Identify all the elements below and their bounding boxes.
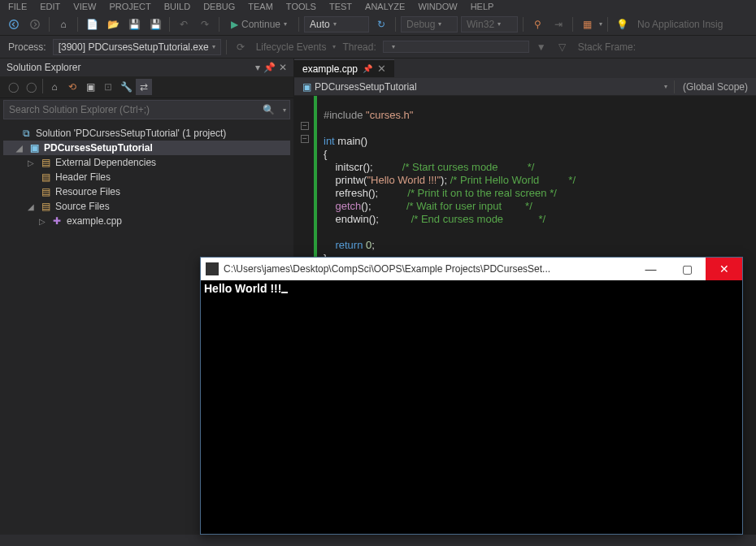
save-all-icon[interactable]: 💾 <box>146 15 164 33</box>
new-file-icon[interactable]: 📄 <box>83 15 101 33</box>
svg-point-1 <box>31 20 40 28</box>
menu-test[interactable]: TEST <box>329 2 352 11</box>
file-label: example.cpp <box>67 215 122 227</box>
menu-window[interactable]: WINDOW <box>418 2 457 11</box>
thread-label: Thread: <box>339 41 379 53</box>
toolbar-separator <box>169 17 170 32</box>
toolbar-separator <box>298 17 299 32</box>
continue-button[interactable]: ▶ Continue ▾ <box>224 17 293 32</box>
back-icon[interactable]: ◯ <box>5 79 21 95</box>
menu-view[interactable]: VIEW <box>73 2 96 11</box>
solution-node[interactable]: ⧉ Solution 'PDCursesSetupTutorial' (1 pr… <box>3 126 290 141</box>
platform-dropdown[interactable]: Win32 ▾ <box>461 16 518 32</box>
menu-edit[interactable]: EDIT <box>40 2 60 11</box>
nav-back-button[interactable] <box>5 15 23 33</box>
project-node[interactable]: ◢ ▣ PDCursesSetupTutorial <box>3 141 290 155</box>
tab-label: example.cpp <box>302 63 358 75</box>
folder-source-files[interactable]: ◢ ▤ Source Files <box>3 199 290 214</box>
tools-icon[interactable]: ▦ <box>578 15 596 33</box>
file-node-example-cpp[interactable]: ▷ ✚ example.cpp <box>3 214 290 228</box>
lifecycle-icon[interactable]: ⟳ <box>232 38 250 56</box>
step-icon[interactable]: ⇥ <box>550 15 567 33</box>
menu-team[interactable]: TEAM <box>248 2 273 11</box>
console-titlebar[interactable]: C:\Users\james\Desktop\CompSci\OOPS\Exam… <box>201 258 742 280</box>
project-icon: ▣ <box>302 81 311 93</box>
bulb-icon: 💡 <box>613 15 631 33</box>
open-file-icon[interactable]: 📂 <box>104 15 122 33</box>
save-icon[interactable]: 💾 <box>125 15 143 33</box>
pin-icon[interactable]: 📌 <box>263 62 276 73</box>
minimize-button[interactable]: — <box>632 258 669 280</box>
close-button[interactable]: ✕ <box>706 258 742 280</box>
solution-tree: ⧉ Solution 'PDCursesSetupTutorial' (1 pr… <box>0 121 293 233</box>
chevron-down-icon: ▾ <box>497 20 501 28</box>
undo-icon[interactable]: ↶ <box>175 15 193 33</box>
toolbar-separator <box>523 17 524 32</box>
menu-help[interactable]: HELP <box>471 2 494 11</box>
search-input[interactable] <box>4 101 258 119</box>
menu-analyze[interactable]: ANALYZE <box>365 2 405 11</box>
chevron-down-icon[interactable]: ▾ <box>280 106 289 114</box>
view-code-icon[interactable]: ⇄ <box>136 79 152 95</box>
play-icon: ▶ <box>231 19 238 30</box>
folder-icon: ▤ <box>39 157 52 168</box>
forward-icon[interactable]: ◯ <box>23 79 39 95</box>
folder-external-deps[interactable]: ▷ ▤ External Dependencies <box>3 155 290 170</box>
menu-project[interactable]: PROJECT <box>109 2 150 11</box>
redo-icon[interactable]: ↷ <box>196 15 214 33</box>
home-icon[interactable]: ⌂ <box>54 15 72 33</box>
properties-icon[interactable]: 🔧 <box>118 79 134 95</box>
config-dropdown[interactable]: Auto ▾ <box>304 16 369 32</box>
home-icon[interactable]: ⌂ <box>46 79 63 95</box>
context-project-dropdown[interactable]: ▣ PDCursesSetupTutorial <box>294 80 425 94</box>
chevron-down-icon: ▾ <box>392 43 395 50</box>
toolbar-separator <box>219 17 219 32</box>
editor-tab-example-cpp[interactable]: example.cpp 📌 ✕ <box>294 59 394 77</box>
menu-tools[interactable]: TOOLS <box>286 2 316 11</box>
chevron-down-icon[interactable]: ▾ <box>664 83 674 90</box>
expander-icon[interactable]: ▷ <box>37 217 47 226</box>
find-icon[interactable]: ⚲ <box>528 15 546 33</box>
chevron-down-icon: ▾ <box>284 20 287 28</box>
fold-icon[interactable]: − <box>301 135 309 143</box>
toolbar-separator <box>49 17 50 32</box>
solution-config-dropdown[interactable]: Debug ▾ <box>401 16 458 32</box>
close-icon[interactable]: ✕ <box>279 62 287 73</box>
maximize-button[interactable]: ▢ <box>669 258 706 280</box>
toolbar-separator <box>42 79 43 93</box>
panel-menu-icon[interactable]: ▾ <box>255 62 260 73</box>
folder-header-files[interactable]: ▤ Header Files <box>3 170 290 184</box>
sync-icon[interactable]: ⟲ <box>64 79 80 95</box>
menu-debug[interactable]: DEBUG <box>203 2 235 11</box>
expander-icon[interactable]: ◢ <box>26 202 36 211</box>
editor-tabstrip: example.cpp 📌 ✕ <box>294 58 756 78</box>
expander-icon[interactable]: ▷ <box>26 158 36 167</box>
process-dropdown[interactable]: [3900] PDCursesSetupTutorial.exe ▾ <box>53 39 221 55</box>
process-label: Process: <box>5 41 50 53</box>
project-label: PDCursesSetupTutorial <box>44 142 153 154</box>
filter2-icon[interactable]: ▽ <box>554 38 571 56</box>
refresh-icon[interactable]: ↻ <box>372 15 390 33</box>
folder-resource-files[interactable]: ▤ Resource Files <box>3 184 290 199</box>
stack-frame-label: Stack Frame: <box>575 41 639 53</box>
search-icon[interactable]: 🔍 <box>258 104 280 115</box>
show-all-icon[interactable]: ⊡ <box>100 79 116 95</box>
main-toolbar: ⌂ 📄 📂 💾 💾 ↶ ↷ ▶ Continue ▾ Auto ▾ ↻ Debu… <box>0 13 756 36</box>
menu-build[interactable]: BUILD <box>164 2 190 11</box>
console-app-icon <box>206 262 219 275</box>
panel-header: Solution Explorer ▾ 📌 ✕ <box>0 58 293 76</box>
collapse-icon[interactable]: ▣ <box>82 79 98 95</box>
close-icon[interactable]: ✕ <box>377 63 386 75</box>
thread-dropdown[interactable]: ▾ <box>383 41 529 53</box>
toolbar-separator <box>395 17 396 32</box>
expander-icon[interactable]: ◢ <box>15 144 24 153</box>
pin-icon[interactable]: 📌 <box>363 64 372 73</box>
console-window[interactable]: C:\Users\james\Desktop\CompSci\OOPS\Exam… <box>200 257 743 535</box>
menu-file[interactable]: FILE <box>8 2 27 11</box>
folder-label: Source Files <box>55 201 110 212</box>
filter-icon[interactable]: ▼ <box>532 38 550 56</box>
nav-forward-button[interactable] <box>26 15 44 33</box>
fold-icon[interactable]: − <box>301 122 309 130</box>
console-output: Hello World !!! <box>201 280 742 297</box>
context-scope-dropdown[interactable]: (Global Scope) <box>675 80 756 94</box>
